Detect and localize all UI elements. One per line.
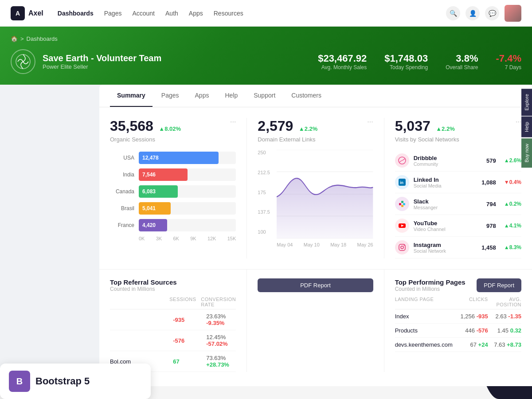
- youtube-count: 978: [486, 223, 496, 229]
- profile-subtitle: Power Elite Seller: [43, 63, 311, 70]
- buy-now-tab[interactable]: Buy now: [521, 138, 532, 168]
- social-list: Dribbble Community 579 ▲2.6% in: [395, 150, 521, 258]
- slack-count: 794: [486, 201, 496, 207]
- social-row-slack: Slack Messanger 794 ▲0.2%: [395, 193, 521, 215]
- stat-label-2: Overall Share: [446, 64, 478, 70]
- ref-col-rate: CONVERSION RATE: [201, 297, 236, 307]
- user-avatar[interactable]: [505, 5, 521, 22]
- tab-help[interactable]: Help: [218, 85, 245, 107]
- instagram-type: Social Network: [414, 248, 477, 254]
- svg-rect-9: [399, 203, 401, 205]
- nav-auth[interactable]: Auth: [165, 10, 178, 17]
- brand[interactable]: A Axel: [11, 6, 43, 20]
- social-visits-menu[interactable]: ···: [516, 118, 521, 126]
- domain-links-label: Domain External Links: [258, 136, 373, 143]
- domain-links-value: 2,579: [258, 118, 293, 134]
- dribbble-icon: [395, 153, 409, 168]
- stat-today-spending: $1,748.03 Today Spending: [384, 53, 428, 70]
- ref-rate-3: 73.63% +28.73%: [206, 355, 236, 368]
- axis-9k: 9K: [190, 236, 196, 241]
- performing-table-header: LANDING PAGE CLICKS AVG. POSITION: [395, 292, 521, 309]
- nav-pages[interactable]: Pages: [104, 10, 122, 17]
- help-tab[interactable]: Help: [521, 117, 532, 137]
- messages-button[interactable]: 💬: [485, 6, 499, 20]
- ref-rate-1: 23.63% -9.35%: [206, 313, 236, 326]
- y-100: 100: [258, 229, 273, 235]
- social-row-linkedin: in Linked In Social Media 1,088 ▼0.4%: [395, 172, 521, 193]
- x-may10: May 10: [304, 242, 320, 247]
- dribbble-type: Community: [414, 161, 482, 167]
- chart-x-axis: May 04 May 10 May 18 May 26: [277, 242, 373, 247]
- bar-chart: USA 12,478 India 7,546: [110, 152, 236, 241]
- nav-apps[interactable]: Apps: [189, 10, 203, 17]
- tab-support[interactable]: Support: [246, 85, 282, 107]
- tab-summary[interactable]: Summary: [110, 85, 153, 107]
- brand-name: Axel: [28, 9, 43, 17]
- y-175: 175: [258, 190, 273, 195]
- right-tabs-panel: Explore Help Buy now: [521, 89, 532, 168]
- chart-y-axis: 250 212.5 175 137.5 100: [258, 150, 273, 236]
- perf-avg-3: 7.63 +8.73: [492, 341, 521, 348]
- bar-label-brasil: Brasil: [110, 205, 134, 211]
- y-250: 250: [258, 150, 273, 155]
- perf-row-2: Products 446 -576 1.45 0.32: [395, 324, 521, 338]
- svg-rect-11: [401, 201, 403, 203]
- axis-0k: 0K: [139, 236, 145, 241]
- metrics-grid: 35,568 ▲8.02% ··· Organic Sessions USA: [99, 107, 532, 270]
- svg-point-16: [401, 246, 403, 249]
- youtube-name: YouTube: [414, 220, 482, 227]
- referral-row-1: -935 23.63% -9.35%: [110, 309, 236, 330]
- social-visits-label: Visits by Social Networks: [395, 136, 521, 143]
- youtube-info: YouTube Video Channel: [414, 220, 482, 232]
- stat-value-2: 3.8%: [446, 53, 478, 64]
- perf-avg-2: 1.45 0.32: [492, 327, 521, 334]
- stat-monthly-sales: $23,467.92 Avg. Monthly Sales: [318, 53, 367, 70]
- brand-logo: A: [11, 6, 25, 20]
- youtube-icon: [395, 219, 409, 233]
- tab-apps[interactable]: Apps: [188, 85, 216, 107]
- main-content: Summary Pages Apps Help Support Customer…: [99, 85, 532, 386]
- social-visits-change: ▲2.2%: [436, 125, 455, 132]
- linkedin-icon: in: [395, 175, 409, 189]
- dark-stat-value: -7.4%: [496, 53, 521, 64]
- pdf-report-button[interactable]: PDF Report: [258, 278, 373, 292]
- search-button[interactable]: 🔍: [446, 6, 460, 20]
- referral-card: Top Referral Sources Counted in Millions…: [110, 270, 247, 372]
- perf-clicks-3: 67 +24: [458, 341, 488, 348]
- breadcrumb-home-icon: 🏠: [11, 35, 18, 42]
- profile-icon: [11, 49, 35, 74]
- bar-fill-india: 7,546: [139, 168, 188, 181]
- nav-dashboards[interactable]: Dashboards: [58, 10, 94, 17]
- instagram-icon: [395, 240, 409, 254]
- social-visits-value: 5,037: [395, 118, 430, 134]
- dribbble-count: 579: [486, 157, 496, 164]
- header-stats: $23,467.92 Avg. Monthly Sales $1,748.03 …: [318, 53, 521, 70]
- social-row-dribbble: Dribbble Community 579 ▲2.6%: [395, 150, 521, 172]
- perf-avg-1: 2.63 -1.35: [492, 313, 521, 320]
- ref-rate-2: 12.45% -57.02%: [206, 334, 236, 347]
- nav-resources[interactable]: Resources: [214, 10, 243, 17]
- perf-page-3: devs.keenthemes.com: [395, 341, 455, 348]
- slack-icon: [395, 197, 409, 211]
- performing-sub: Counted in Millions: [395, 286, 466, 292]
- bootstrap-badge: B Bootstrap 5: [0, 364, 151, 399]
- axis-12k: 12K: [207, 236, 216, 241]
- svg-rect-10: [403, 203, 405, 205]
- slack-type: Messanger: [414, 205, 482, 210]
- y-212: 212.5: [258, 170, 273, 175]
- nav-account[interactable]: Account: [132, 10, 155, 17]
- social-networks-card: 5,037 ▲2.2% ··· Visits by Social Network…: [384, 118, 521, 258]
- notifications-button[interactable]: 👤: [466, 6, 480, 20]
- stat-label-0: Avg. Monthly Sales: [318, 64, 367, 70]
- linkedin-info: Linked In Social Media: [414, 176, 477, 188]
- breadcrumb: 🏠 > Dashboards: [11, 35, 521, 42]
- bar-axis: 0K 3K 6K 9K 12K 15K: [110, 236, 236, 241]
- perf-col-page: LANDING PAGE: [395, 297, 455, 307]
- organic-sessions-menu[interactable]: ···: [230, 118, 236, 126]
- domain-links-menu[interactable]: ···: [367, 118, 373, 126]
- explore-tab[interactable]: Explore: [521, 89, 532, 116]
- tab-pages[interactable]: Pages: [154, 85, 186, 107]
- performing-pdf-button[interactable]: PDF Report: [477, 278, 521, 292]
- tab-customers[interactable]: Customers: [284, 85, 329, 107]
- referral-row-2: -576 12.45% -57.02%: [110, 330, 236, 351]
